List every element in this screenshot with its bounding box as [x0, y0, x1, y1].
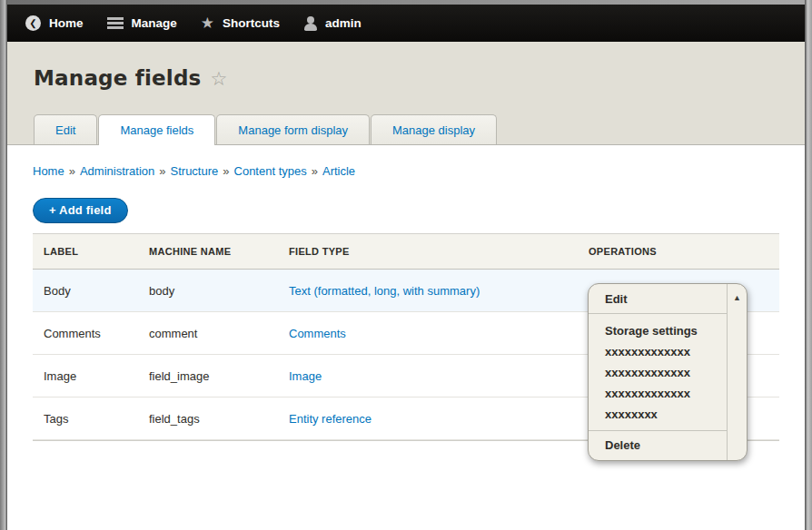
toolbar-admin-label: admin: [325, 16, 361, 30]
operations-dropdown-list: Edit Storage settings xxxxxxxxxxxxx xxxx…: [589, 284, 727, 460]
field-machine-name: field_tags: [149, 412, 289, 426]
column-header-label: LABEL: [44, 246, 149, 257]
tab-manage-form-display[interactable]: Manage form display: [216, 114, 370, 144]
operations-dropdown: Edit Storage settings xxxxxxxxxxxxx xxxx…: [588, 283, 748, 461]
drupal-admin-page: ❮ Home Manage ★ Shortcuts admin Manage f…: [7, 5, 805, 530]
breadcrumb-separator: »: [223, 164, 229, 178]
breadcrumb-link-administration[interactable]: Administration: [80, 164, 154, 178]
table-header-row: LABEL MACHINE NAME FIELD TYPE OPERATIONS: [33, 234, 779, 270]
toolbar-item-admin[interactable]: admin: [294, 16, 376, 31]
dropdown-item-delete[interactable]: Delete: [589, 430, 727, 460]
breadcrumb-link-structure[interactable]: Structure: [171, 164, 219, 178]
toolbar-home-label: Home: [49, 16, 84, 30]
column-header-operations: OPERATIONS: [589, 246, 779, 257]
window-frame-left: [0, 0, 7, 530]
admin-toolbar: ❮ Home Manage ★ Shortcuts admin: [7, 5, 805, 42]
breadcrumb-link-article[interactable]: Article: [322, 164, 355, 178]
field-label: Body: [44, 284, 149, 298]
field-machine-name: field_image: [149, 369, 289, 383]
field-label: Comments: [44, 327, 149, 340]
breadcrumb-link-content-types[interactable]: Content types: [234, 164, 307, 178]
dropdown-toggle[interactable]: ▲: [727, 284, 747, 460]
page-title: Manage fields: [34, 66, 202, 90]
primary-tabs: Edit Manage fields Manage form display M…: [34, 114, 805, 144]
toolbar-item-shortcuts[interactable]: ★ Shortcuts: [192, 15, 294, 31]
window-frame-right: [805, 0, 812, 530]
chevron-up-icon: ▲: [733, 294, 741, 302]
field-machine-name: comment: [149, 327, 289, 340]
toolbar-shortcuts-label: Shortcuts: [223, 16, 280, 30]
toolbar-item-manage[interactable]: Manage: [98, 16, 192, 30]
title-row: Manage fields ☆: [34, 66, 805, 90]
person-icon: [303, 16, 317, 31]
column-header-machine-name: MACHINE NAME: [149, 246, 289, 257]
field-type-link[interactable]: Entity reference: [289, 412, 371, 426]
field-type-link[interactable]: Text (formatted, long, with summary): [289, 284, 480, 298]
dropdown-item-redacted-2[interactable]: xxxxxxxxxxxxx: [589, 362, 727, 383]
dropdown-item-edit[interactable]: Edit: [589, 284, 727, 314]
star-icon: ★: [201, 15, 214, 31]
favorite-star-icon[interactable]: ☆: [211, 69, 228, 88]
breadcrumb-separator: »: [69, 164, 75, 178]
add-field-button[interactable]: + Add field: [33, 198, 128, 223]
back-icon: ❮: [25, 15, 41, 31]
toolbar-item-home[interactable]: ❮ Home: [16, 15, 98, 31]
field-label: Tags: [44, 412, 149, 426]
field-label: Image: [44, 369, 149, 383]
tab-manage-display[interactable]: Manage display: [371, 114, 497, 144]
tab-manage-fields[interactable]: Manage fields: [98, 114, 215, 145]
dropdown-item-storage-settings[interactable]: Storage settings: [589, 320, 727, 341]
dropdown-item-redacted-4[interactable]: xxxxxxxx: [589, 404, 727, 425]
dropdown-item-redacted-1[interactable]: xxxxxxxxxxxxx: [589, 341, 727, 362]
hamburger-icon: [107, 17, 124, 29]
page-header: Manage fields ☆ Edit Manage fields Manag…: [7, 42, 805, 145]
toolbar-manage-label: Manage: [132, 16, 177, 30]
main-content: Home»Administration»Structure»Content ty…: [7, 164, 805, 441]
dropdown-menu: Storage settings xxxxxxxxxxxxx xxxxxxxxx…: [589, 314, 727, 430]
column-header-field-type: FIELD TYPE: [289, 246, 589, 257]
breadcrumb-separator: »: [312, 164, 318, 178]
breadcrumb-link-home[interactable]: Home: [33, 164, 64, 178]
dropdown-item-redacted-3[interactable]: xxxxxxxxxxxxx: [589, 383, 727, 404]
field-type-link[interactable]: Image: [289, 369, 322, 383]
field-machine-name: body: [149, 284, 289, 298]
field-type-link[interactable]: Comments: [289, 327, 346, 340]
tab-edit[interactable]: Edit: [34, 114, 97, 144]
fields-table: LABEL MACHINE NAME FIELD TYPE OPERATIONS…: [33, 233, 779, 441]
breadcrumb-separator: »: [159, 164, 165, 178]
window-frame-top: [0, 0, 812, 5]
breadcrumb: Home»Administration»Structure»Content ty…: [33, 164, 805, 178]
